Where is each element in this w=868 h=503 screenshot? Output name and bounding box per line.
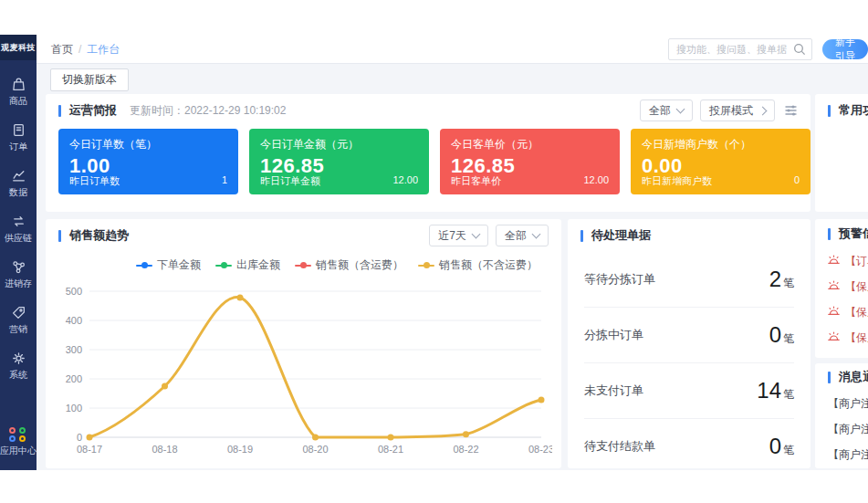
- breadcrumb-separator: /: [78, 43, 81, 56]
- stat-card: 今日订单数（笔） 1.00 昨日订单数 1: [58, 129, 238, 194]
- legend-item[interactable]: 销售额（含运费）: [295, 257, 403, 273]
- search-input[interactable]: [669, 44, 793, 55]
- pending-unit: 笔: [783, 443, 794, 458]
- alert-text: 【保质期】商: [845, 330, 868, 346]
- sidebar-item-goods[interactable]: 商品: [0, 69, 37, 115]
- pending-count: 14: [757, 378, 781, 403]
- search-icon[interactable]: [793, 43, 806, 56]
- sidebar-item-inventory[interactable]: 进销存: [0, 252, 37, 298]
- legend-label: 销售额（含运费）: [316, 257, 403, 273]
- sidebar-item-orders[interactable]: 订单: [0, 115, 37, 161]
- trend-range-select[interactable]: 近7天: [429, 225, 488, 246]
- svg-text:100: 100: [66, 403, 82, 414]
- chevron-down-icon: [472, 230, 481, 239]
- alarm-icon: [828, 255, 840, 268]
- legend-item[interactable]: 下单金额: [136, 257, 201, 273]
- common-functions-title: 常用功能: [828, 102, 868, 119]
- stat-card: 今日订单金额（元） 126.85 昨日订单金额 12.00: [249, 129, 429, 194]
- stat-title: 今日订单数（笔）: [69, 137, 227, 152]
- sidebar-item-marketing[interactable]: 营销: [0, 298, 37, 343]
- legend-marker-icon: [418, 262, 434, 268]
- alert-item[interactable]: 【保质期】商: [815, 299, 868, 325]
- stat-title: 今日新增商户数（个）: [642, 137, 800, 152]
- pending-count: 2: [769, 267, 781, 292]
- alert-item[interactable]: 【保质期】商: [815, 325, 868, 351]
- legend-label: 销售额（不含运费）: [439, 257, 538, 273]
- chevron-down-icon: [532, 230, 541, 239]
- alert-text: 【订单】今日: [845, 254, 868, 269]
- chart-legend: 下单金额 出库金额 销售额（含运费） 销售额（不含运费）: [46, 252, 561, 273]
- svg-text:08-23: 08-23: [528, 444, 552, 455]
- notice-item[interactable]: 【商户注册】: [815, 467, 868, 468]
- svg-text:08-21: 08-21: [378, 444, 403, 455]
- pending-label: 等待分拣订单: [584, 271, 655, 288]
- chart-area: 010020030040050008-1708-1808-1908-2008-2…: [46, 273, 561, 466]
- briefing-panel: 运营简报 更新时间：2022-12-29 10:19:02 全部 投屏模式 今日…: [46, 94, 810, 212]
- alert-item[interactable]: 【保质期】商: [815, 274, 868, 299]
- notice-item[interactable]: 【商户注册】: [815, 442, 868, 467]
- pending-row[interactable]: 分拣中订单 0笔: [584, 308, 794, 363]
- pending-label: 未支付订单: [584, 382, 643, 399]
- notices-title: 消息通知: [828, 369, 868, 385]
- pending-row[interactable]: 未支付订单 14笔: [584, 363, 794, 419]
- supply-chain-icon: [11, 214, 26, 229]
- stat-prev-label: 昨日订单金额: [260, 174, 320, 188]
- sidebar-item-label: 进销存: [5, 278, 32, 290]
- screen-mode-button[interactable]: 投屏模式: [700, 100, 775, 121]
- stat-card: 今日客单价（元） 126.85 昨日客单价 12.00: [440, 129, 620, 194]
- trend-scope-select[interactable]: 全部: [496, 225, 549, 246]
- pending-row[interactable]: 等待分拣订单 2笔: [584, 252, 794, 308]
- svg-text:400: 400: [66, 315, 82, 326]
- svg-text:0: 0: [77, 432, 82, 443]
- legend-marker-icon: [136, 262, 152, 268]
- notice-text: 【商户注册】: [828, 396, 868, 412]
- chevron-down-icon: [676, 105, 685, 114]
- legend-item[interactable]: 销售额（不含运费）: [418, 257, 538, 273]
- stat-prev-value: 0: [794, 174, 800, 188]
- stat-prev-value: 12.00: [392, 174, 418, 188]
- sales-trend-chart: 010020030040050008-1708-1808-1908-2008-2…: [55, 280, 552, 463]
- sidebar-item-label: 供应链: [5, 232, 32, 245]
- chevron-right-icon: [758, 106, 768, 115]
- notice-item[interactable]: 【商户注册】: [815, 416, 868, 442]
- legend-label: 出库金额: [236, 257, 280, 273]
- pending-docs-title: 待处理单据: [580, 227, 651, 244]
- sidebar-item-label: 应用中心: [0, 445, 37, 457]
- common-functions-panel: 常用功能: [815, 94, 868, 212]
- sidebar-item-label: 商品: [9, 95, 27, 108]
- alerts-title: 预警信息: [828, 225, 868, 242]
- svg-text:08-22: 08-22: [453, 444, 478, 455]
- sidebar-item-data[interactable]: 数据: [0, 161, 37, 206]
- inventory-icon: [11, 259, 26, 275]
- alert-text: 【保质期】商: [845, 279, 868, 295]
- notice-item[interactable]: 【商户注册】: [815, 391, 868, 416]
- sales-trend-title: 销售额趋势: [58, 227, 129, 244]
- breadcrumb-home[interactable]: 首页: [51, 42, 73, 58]
- sidebar-item-supply-chain[interactable]: 供应链: [0, 206, 37, 252]
- legend-item[interactable]: 出库金额: [215, 257, 280, 273]
- app-window: 观麦科技 商品 订单 数据 供应链 进销存: [0, 35, 868, 470]
- svg-text:500: 500: [66, 286, 82, 297]
- sidebar-item-system[interactable]: 系统: [0, 343, 37, 389]
- briefing-scope-select[interactable]: 全部: [640, 100, 693, 121]
- pending-label: 分拣中订单: [584, 327, 643, 343]
- switch-version-button[interactable]: 切换新版本: [50, 68, 129, 91]
- system-icon: [11, 351, 26, 366]
- sidebar: 观麦科技 商品 订单 数据 供应链 进销存: [0, 35, 37, 470]
- pending-unit: 笔: [783, 331, 794, 347]
- briefing-header: 运营简报 更新时间：2022-12-29 10:19:02 全部 投屏模式: [46, 94, 810, 127]
- notice-text: 【商户注册】: [828, 422, 868, 437]
- pending-label: 待支付结款单: [584, 438, 655, 455]
- alert-item[interactable]: 【订单】今日: [815, 248, 868, 274]
- newbie-guide-button[interactable]: 新手引导: [822, 39, 868, 59]
- sidebar-item-label: 订单: [9, 141, 27, 153]
- filter-settings-icon[interactable]: [784, 104, 798, 117]
- pending-row[interactable]: 待支付结款单 0笔: [584, 419, 794, 468]
- topbar: 首页 / 工作台 新手引导: [37, 35, 868, 64]
- pending-count: 0: [769, 322, 781, 348]
- legend-marker-icon: [295, 262, 311, 268]
- stat-prev-value: 12.00: [583, 174, 609, 188]
- sidebar-item-app-center[interactable]: 应用中心: [0, 427, 37, 457]
- pending-unit: 笔: [783, 276, 794, 291]
- stat-prev-label: 昨日新增商户数: [642, 174, 712, 188]
